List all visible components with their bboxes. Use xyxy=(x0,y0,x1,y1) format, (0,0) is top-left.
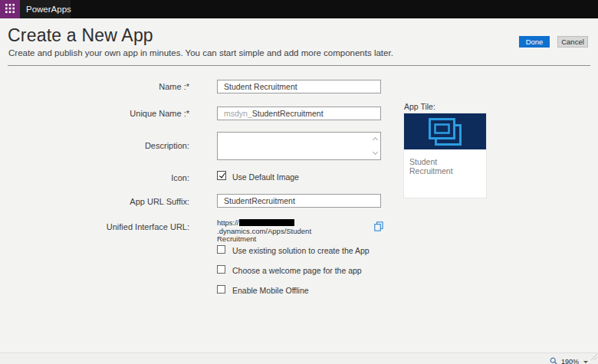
app-tile-label: App Tile: xyxy=(404,102,435,111)
choose-welcome-page-checkbox[interactable] xyxy=(217,265,225,274)
create-new-app-page: PowerApps Create a New App Create and pu… xyxy=(0,0,598,364)
app-tile-preview: Student Recruitment xyxy=(404,113,486,198)
unique-name-prefix: msdyn_ xyxy=(224,109,252,118)
copy-url-button[interactable] xyxy=(374,221,383,231)
redacted-url-segment xyxy=(239,219,294,226)
url-prefix: https:// xyxy=(217,218,239,227)
description-label: Description: xyxy=(44,141,189,150)
page-subtitle: Create and publish your own app in minut… xyxy=(8,48,393,57)
unique-name-input[interactable]: msdyn_StudentRecruitment xyxy=(217,107,381,120)
app-launcher-button[interactable] xyxy=(0,0,20,18)
cancel-button[interactable]: Cancel xyxy=(557,36,588,48)
waffle-icon xyxy=(5,2,15,16)
unified-interface-url-value: https://.dynamics.com/Apps/Student Recru… xyxy=(217,219,382,244)
stacked-app-windows-icon xyxy=(427,117,463,146)
app-tile-title: Student Recruitment xyxy=(404,149,486,175)
magnifier-icon xyxy=(550,355,558,364)
use-default-image-checkbox[interactable] xyxy=(217,171,226,180)
browser-status-bar: 190% xyxy=(0,353,598,364)
url-suffix-line2: Recruitment xyxy=(217,234,256,243)
description-field-wrap xyxy=(217,132,381,160)
app-url-suffix-input[interactable] xyxy=(217,194,381,208)
unique-name-label: Unique Name :* xyxy=(44,109,189,118)
resize-grip[interactable] xyxy=(590,349,597,363)
app-tile-image xyxy=(404,113,486,149)
done-button[interactable]: Done xyxy=(519,36,550,48)
description-input[interactable] xyxy=(217,132,381,160)
app-header-bar: PowerApps xyxy=(0,0,598,18)
name-label: Name :* xyxy=(44,82,189,91)
choose-welcome-page-label: Choose a welcome page for the app xyxy=(232,266,362,275)
name-input[interactable] xyxy=(217,80,381,93)
use-existing-solution-checkbox[interactable] xyxy=(217,245,225,254)
chevron-down-icon xyxy=(583,361,588,363)
use-existing-solution-label: Use existing solution to create the App xyxy=(232,246,370,255)
unified-interface-url-label: Unified Interface URL: xyxy=(44,222,189,231)
icon-label: Icon: xyxy=(44,173,189,182)
brand-label: PowerApps xyxy=(26,0,71,18)
checkmark-icon xyxy=(219,172,225,179)
copy-icon xyxy=(374,221,383,231)
use-default-image-label: Use Default Image xyxy=(232,172,299,182)
unique-name-value: StudentRecruitment xyxy=(252,109,324,118)
page-title: Create a New App xyxy=(8,25,153,46)
zoom-level-value: 190% xyxy=(561,358,579,364)
enable-mobile-offline-label: Enable Mobile Offline xyxy=(232,286,309,295)
header-divider xyxy=(8,65,590,66)
app-url-suffix-label: App URL Suffix: xyxy=(44,197,189,206)
zoom-control[interactable]: 190% xyxy=(550,355,588,364)
url-suffix-line1: .dynamics.com/Apps/Student xyxy=(217,227,311,235)
enable-mobile-offline-checkbox[interactable] xyxy=(217,285,225,293)
